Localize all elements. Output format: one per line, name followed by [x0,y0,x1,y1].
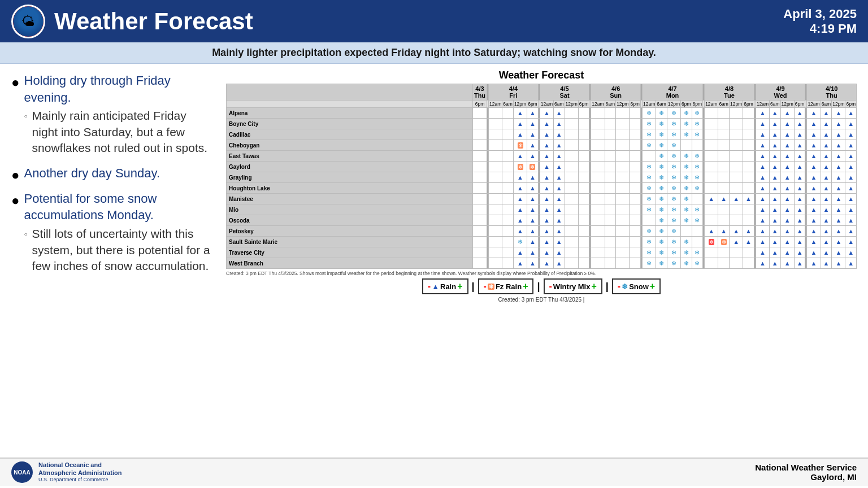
date-header-4-5: 4/5Sat [540,84,589,101]
wx-cell [489,108,502,119]
wx-cell [502,162,514,172]
table-row: Manistee▲▲▲▲❄❄❄❄▲▲▲▲▲▲▲▲▲▲▲▲ [227,194,857,204]
wx-cell: ❄ [513,162,527,172]
snow-icon: ❄ [695,249,700,256]
wx-cell: ▲ [807,183,821,194]
rain-icon: ▲ [772,195,778,202]
bullet-dot-3: ● [11,191,20,277]
wx-cell [578,140,589,151]
snow-icon: ❄ [659,260,664,267]
wx-cell: ▲ [832,151,845,162]
rain-icon: ▲ [797,131,803,138]
wx-cell [630,119,641,129]
wx-cell: ❄ [692,108,703,119]
rain-icon: ▲ [823,228,829,234]
wx-cell [630,129,641,140]
footer: NOAA National Oceanic and Atmospheric Ad… [0,457,868,486]
wx-cell: ▲ [770,183,781,194]
wx-cell [578,162,589,172]
rain-icon: ▲ [760,142,766,149]
bullet-1: ● Holding dry through Friday evening. ○ … [11,72,215,159]
wx-cell [489,151,502,162]
wx-cell: ▲ [832,162,845,172]
rain-icon: ▲ [517,131,523,138]
rain-icon: ▲ [772,163,778,170]
footer-nws: National Weather Service [755,463,857,472]
rain-icon: ▲ [784,217,791,224]
legend-rain-label: Rain [440,282,456,291]
rain-icon: ▲ [811,131,817,138]
rain-icon: ▲ [556,131,562,138]
wx-cell: ▲ [794,183,805,194]
wx-cell: ▲ [553,151,565,162]
wx-cell: ▲ [807,129,821,140]
wx-cell: ▲ [540,247,553,258]
wx-cell: ❄ [642,237,656,247]
wx-cell: ❄ [692,215,703,226]
rain-icon: ▲ [517,174,523,181]
wx-cell: ▲ [794,194,805,204]
wx-cell [718,151,730,162]
rain-icon: ▲ [544,152,550,159]
wx-cell: ▲ [794,226,805,237]
rain-icon: ▲ [708,195,714,202]
rain-icon: ▲ [848,238,854,245]
wx-cell: ▲ [527,183,539,194]
wx-cell: ▲ [553,258,565,269]
rain-icon: ▲ [517,120,523,127]
time-4-7-6pm-a: 6pm [681,101,692,108]
wx-cell: ❄ [642,258,656,269]
snow-icon: ❄ [684,174,689,181]
rain-icon: ▲ [811,152,817,159]
wx-cell [472,172,487,183]
wx-cell [565,119,578,129]
rain-icon: ▲ [556,152,562,159]
wx-cell: ▲ [743,226,754,237]
wx-cell: ▲ [821,151,832,162]
wx-cell: ▲ [807,258,821,269]
snow-icon: ❄ [646,238,652,245]
rain-icon: ▲ [797,110,803,116]
rain-icon: ▲ [811,238,817,245]
wx-cell [743,140,754,151]
wx-cell: ▲ [770,129,781,140]
rain-icon: ▲ [797,152,803,159]
footer-noaa-logo: NOAA [11,461,33,483]
wx-cell [502,258,514,269]
snow-icon: ❄ [695,206,700,213]
rain-icon: ▲ [811,110,817,116]
snow-icon: ❄ [659,142,664,149]
rain-icon: ▲ [530,238,536,245]
wx-cell [718,204,730,215]
wx-cell: ▲ [845,162,857,172]
wx-cell: ▲ [780,204,794,215]
snow-icon: ❄ [695,174,700,181]
wx-cell: ▲ [527,247,539,258]
wx-cell [718,162,730,172]
wx-cell [472,247,487,258]
wx-cell: ▲ [770,258,781,269]
snow-red-icon: ❄ [709,239,714,245]
wx-cell: ▲ [527,119,539,129]
rain-icon: ▲ [811,185,817,191]
snow-icon: ❄ [684,110,689,116]
wx-cell [565,172,578,183]
wx-cell [591,108,605,119]
wx-cell: ▲ [845,140,857,151]
rain-icon: ▲ [544,131,550,138]
city-name-cell: Boyne City [227,119,473,129]
wx-cell [591,172,605,183]
wx-cell: ▲ [821,204,832,215]
legend-rain-plus: + [457,281,462,291]
snow-icon: ❄ [684,206,689,213]
wx-cell: ▲ [770,226,781,237]
date-header-4-6: 4/6Sun [591,84,641,101]
wx-cell [578,258,589,269]
wx-cell: ▲ [821,129,832,140]
header-time-value: 4:19 PM [783,21,857,36]
wx-cell: ❄ [656,108,667,119]
wx-cell: ▲ [770,237,781,247]
rain-icon: ▲ [797,195,803,202]
rain-icon: ▲ [517,228,523,234]
rain-icon: ▲ [760,152,766,159]
